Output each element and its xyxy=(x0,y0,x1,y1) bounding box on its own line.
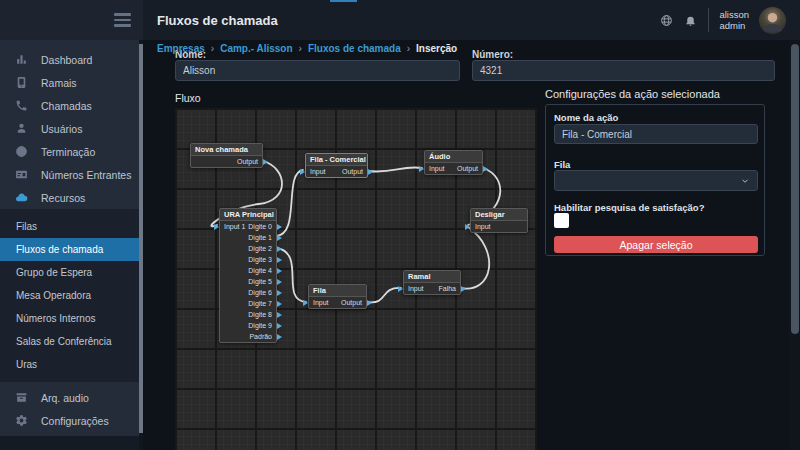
sidebar-subitem-mesa-operadora[interactable]: Mesa Operadora xyxy=(0,284,139,307)
sidebar-item-usuarios[interactable]: Usuários xyxy=(0,117,139,140)
menu-toggle-icon[interactable] xyxy=(114,13,131,27)
flow-node-ura-principal[interactable]: URA PrincipalInput 1Digite 0Digite 1Digi… xyxy=(219,208,277,343)
sidebar-item-label: Números Entrantes xyxy=(41,169,131,181)
node-port-label: Output xyxy=(457,163,478,174)
page-title: Fluxos de chamada xyxy=(157,13,278,28)
sidebar-item-numeros-entrantes[interactable]: Números Entrantes xyxy=(0,163,139,186)
node-row: Digite 3 xyxy=(220,254,276,265)
sidebar-subitem-uras[interactable]: Uras xyxy=(0,353,139,376)
config-panel-title: Configurações da ação selecionada xyxy=(545,88,720,100)
output-port[interactable] xyxy=(277,301,282,307)
sidebar-item-ramais[interactable]: Ramais xyxy=(0,71,139,94)
sidebar-item-chamadas[interactable]: Chamadas xyxy=(0,94,139,117)
numero-label: Número: xyxy=(472,49,513,60)
node-row: Padrão xyxy=(220,331,276,342)
flow-node-fila-comercial[interactable]: Fila - ComercialInputOutput xyxy=(305,153,368,178)
satisfaction-checkbox[interactable] xyxy=(554,213,569,228)
output-port[interactable] xyxy=(277,323,282,329)
language-globe-icon[interactable] xyxy=(660,13,674,27)
output-port[interactable] xyxy=(277,290,282,296)
user-avatar[interactable] xyxy=(759,7,786,34)
breadcrumb-link-camp-alisson[interactable]: Camp.- Alisson xyxy=(220,43,292,54)
input-port[interactable] xyxy=(419,166,424,172)
flow-node-desligar[interactable]: DesligarInput xyxy=(470,208,528,233)
node-port-label: Input xyxy=(408,283,424,294)
input-port[interactable] xyxy=(398,286,403,292)
input-port[interactable] xyxy=(465,224,470,230)
sidebar-item-recursos[interactable]: Recursos xyxy=(0,186,139,209)
sidebar: DashboardRamaisChamadasUsuáriosTerminaçã… xyxy=(0,0,143,450)
delete-selection-button[interactable]: Apagar seleção xyxy=(554,236,758,253)
output-port[interactable] xyxy=(277,235,282,241)
sidebar-subitem-numeros-internos[interactable]: Números Internos xyxy=(0,307,139,330)
sidebar-main-nav: DashboardRamaisChamadasUsuáriosTerminaçã… xyxy=(0,48,139,209)
output-port[interactable] xyxy=(368,169,373,175)
sidebar-subitem-fluxos-de-chamada[interactable]: Fluxos de chamada xyxy=(0,238,139,261)
topbar-divider xyxy=(708,8,709,32)
sidebar-subitem-filas[interactable]: Filas xyxy=(0,215,139,238)
action-name-input[interactable] xyxy=(554,124,758,144)
node-port-label: Input xyxy=(310,166,326,177)
sidebar-scrollbar[interactable] xyxy=(139,40,143,450)
breadcrumb-current: Inserção xyxy=(416,43,457,54)
sidebar-item-configuracoes[interactable]: Configurações xyxy=(0,409,139,432)
breadcrumb-link-fluxos-de-chamada[interactable]: Fluxos de chamada xyxy=(308,43,401,54)
breadcrumb-separator: › xyxy=(407,43,410,54)
configuracoes-icon xyxy=(14,414,28,428)
input-port[interactable] xyxy=(214,224,219,230)
user-info[interactable]: alisson admin xyxy=(719,9,749,31)
output-port[interactable] xyxy=(277,334,282,340)
numero-input[interactable] xyxy=(472,60,775,81)
sidebar-subitem-salas-de-conferencia[interactable]: Salas de Conferência xyxy=(0,330,139,353)
node-row: Output xyxy=(191,156,262,167)
output-port[interactable] xyxy=(277,279,282,285)
node-port-label: Input xyxy=(313,297,329,308)
node-row: Digite 2 xyxy=(220,243,276,254)
sidebar-item-label: Configurações xyxy=(41,415,109,427)
sidebar-scrollbar-thumb[interactable] xyxy=(139,44,143,433)
node-port-label: Digite 9 xyxy=(248,320,272,331)
action-name-label: Nome da ação xyxy=(554,112,618,123)
output-port[interactable] xyxy=(277,312,282,318)
window-scrollbar[interactable] xyxy=(789,40,800,450)
sidebar-item-terminacao[interactable]: Terminação xyxy=(0,140,139,163)
arq-audio-icon xyxy=(14,391,28,405)
output-port[interactable] xyxy=(461,286,466,292)
dashboard-icon xyxy=(14,53,28,67)
numeros-entrantes-icon xyxy=(14,168,28,182)
output-port[interactable] xyxy=(277,224,282,230)
node-port-label: Digite 6 xyxy=(248,287,272,298)
breadcrumb-link-empresas[interactable]: Empresas xyxy=(157,43,205,54)
notifications-bell-icon[interactable] xyxy=(684,13,698,27)
output-port[interactable] xyxy=(277,246,282,252)
app-root: DashboardRamaisChamadasUsuáriosTerminaçã… xyxy=(0,0,800,450)
sidebar-item-arq-audio[interactable]: Arq. audio xyxy=(0,386,139,409)
output-port[interactable] xyxy=(483,166,488,172)
input-port[interactable] xyxy=(303,300,308,306)
flow-node-fila[interactable]: FilaInputOutput xyxy=(308,284,367,309)
output-port[interactable] xyxy=(277,257,282,263)
sidebar-footer xyxy=(0,436,139,450)
flow-node-ramal[interactable]: RamalInputFalha xyxy=(403,270,461,295)
sidebar-item-dashboard[interactable]: Dashboard xyxy=(0,48,139,71)
top-progress-line xyxy=(330,0,357,2)
output-port[interactable] xyxy=(277,268,282,274)
output-port[interactable] xyxy=(263,159,268,165)
sidebar-sub-nav: FilasFluxos de chamadaGrupo de EsperaMes… xyxy=(0,209,139,382)
node-row: Digite 8 xyxy=(220,309,276,320)
flow-node-audio[interactable]: ÁudioInputOutput xyxy=(424,150,483,175)
sidebar-item-label: Terminação xyxy=(41,146,95,158)
flow-edge-ramal-falha--desligar-input xyxy=(461,227,489,289)
flow-canvas[interactable]: Nova chamadaOutputURA PrincipalInput 1Di… xyxy=(175,108,537,450)
node-row: Digite 5 xyxy=(220,276,276,287)
window-scrollbar-thumb[interactable] xyxy=(791,44,799,334)
input-port[interactable] xyxy=(300,169,305,175)
node-port-label: Digite 3 xyxy=(248,254,272,265)
node-port-label: Input 1 xyxy=(224,221,245,232)
output-port[interactable] xyxy=(367,300,372,306)
node-port-label: Output xyxy=(237,156,258,167)
sidebar-subitem-grupo-de-espera[interactable]: Grupo de Espera xyxy=(0,261,139,284)
queue-select[interactable] xyxy=(554,170,758,191)
flow-node-nova-chamada[interactable]: Nova chamadaOutput xyxy=(190,143,263,168)
nome-input[interactable] xyxy=(175,60,460,81)
